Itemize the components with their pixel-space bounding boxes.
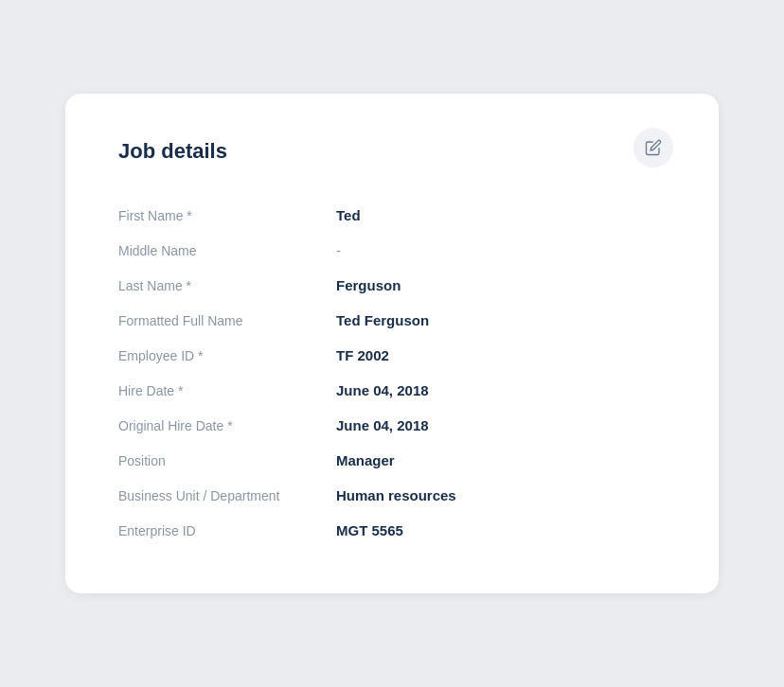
field-label: First Name * <box>118 208 336 223</box>
field-label: Last Name * <box>118 278 336 293</box>
field-value: Manager <box>336 452 395 468</box>
table-row: Business Unit / DepartmentHuman resource… <box>118 478 666 513</box>
field-label: Business Unit / Department <box>118 488 336 503</box>
field-label: Original Hire Date * <box>118 418 336 433</box>
table-row: Employee ID *TF 2002 <box>118 338 666 373</box>
field-value: June 04, 2018 <box>336 382 429 398</box>
field-label: Employee ID * <box>118 348 336 363</box>
table-row: PositionManager <box>118 443 666 478</box>
table-row: Formatted Full NameTed Ferguson <box>118 303 666 338</box>
field-label: Middle Name <box>118 243 336 258</box>
field-value: - <box>336 242 341 258</box>
table-row: Last Name *Ferguson <box>118 268 666 303</box>
job-details-card: Job details First Name *TedMiddle Name-L… <box>65 94 719 593</box>
field-value: June 04, 2018 <box>336 417 429 433</box>
table-row: Hire Date *June 04, 2018 <box>118 373 666 408</box>
field-value: Ted Ferguson <box>336 312 429 328</box>
table-row: Middle Name- <box>118 233 666 268</box>
field-label: Position <box>118 453 336 468</box>
field-value: Ted <box>336 207 361 223</box>
edit-button[interactable] <box>633 128 673 167</box>
field-value: Ferguson <box>336 277 401 293</box>
table-row: First Name *Ted <box>118 198 666 233</box>
pencil-icon <box>645 139 662 156</box>
table-row: Enterprise IDMGT 5565 <box>118 513 666 548</box>
field-value: MGT 5565 <box>336 522 403 538</box>
field-label: Hire Date * <box>118 383 336 398</box>
fields-list: First Name *TedMiddle Name-Last Name *Fe… <box>118 198 666 548</box>
card-title: Job details <box>118 139 666 164</box>
field-label: Formatted Full Name <box>118 313 336 328</box>
field-value: TF 2002 <box>336 347 389 363</box>
field-label: Enterprise ID <box>118 523 336 538</box>
field-value: Human resources <box>336 487 456 503</box>
table-row: Original Hire Date *June 04, 2018 <box>118 408 666 443</box>
